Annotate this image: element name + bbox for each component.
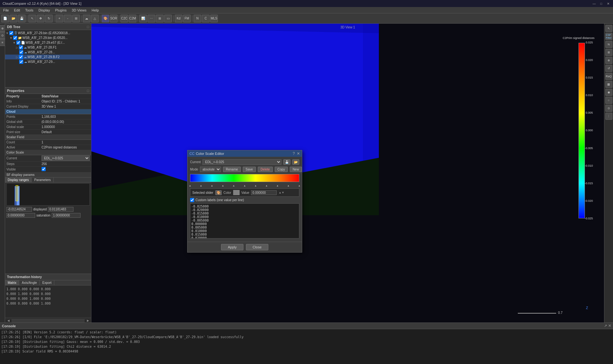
view-area[interactable]: 3D View 1 C2Prim signed distances 0.025 … <box>91 24 604 322</box>
save-button[interactable]: Save <box>243 167 256 172</box>
menu-tools[interactable]: Tools <box>23 8 35 12</box>
rt-btn-ellipse[interactable]: ○ <box>605 97 612 104</box>
slider-5[interactable]: ▲ <box>243 184 246 187</box>
tree-item[interactable]: ☁ WSB_A'B'_27-28... <box>5 50 91 55</box>
rt-btn-render[interactable]: ◉ <box>605 89 612 96</box>
properties-collapse[interactable]: □ <box>87 89 89 93</box>
tb-grid[interactable]: ⊞ <box>156 15 164 22</box>
tb-zoom-in[interactable]: + <box>56 15 63 22</box>
menu-3dviews[interactable]: 3D Views <box>70 8 88 12</box>
rt-btn-rotate[interactable]: ↺ <box>605 65 612 72</box>
delete-button[interactable]: Delete <box>258 167 273 172</box>
console-expand[interactable]: ↗ <box>604 324 607 328</box>
color-swatch[interactable] <box>233 190 240 195</box>
sf-tab-display[interactable]: Display ranges <box>5 178 32 182</box>
tb-mls[interactable]: MLS <box>210 15 218 22</box>
tb-open[interactable]: 📂 <box>10 15 17 22</box>
tb-select[interactable]: ↖ <box>28 15 36 22</box>
rename-button[interactable]: Rename <box>223 167 241 172</box>
tb-color[interactable]: 🎨 <box>102 15 109 22</box>
tb-c2c[interactable]: C2C <box>120 15 128 22</box>
gradient-bar[interactable] <box>190 174 299 182</box>
color-scale-select[interactable]: EDL_+-0.025 <box>42 155 90 161</box>
new-button[interactable]: New <box>290 167 302 172</box>
tb-scatter[interactable]: ⋯ <box>148 15 155 22</box>
tree-checkbox[interactable] <box>9 31 13 35</box>
tb-point-cloud[interactable]: ☁ <box>83 15 90 22</box>
rt-btn-texture[interactable]: ▦ <box>605 81 612 88</box>
sf-range-max[interactable] <box>48 207 73 212</box>
slider-4[interactable]: ▲ <box>233 184 235 187</box>
slider-color-picker[interactable]: 🎨 <box>215 190 222 195</box>
value-spinner[interactable]: ▲▼ <box>279 191 284 194</box>
scroll-track[interactable] <box>11 319 85 322</box>
sf-tab-params[interactable]: Parameters <box>32 178 54 182</box>
tree-checkbox[interactable] <box>13 36 17 40</box>
dialog-help-button[interactable]: ? <box>293 151 295 156</box>
rt-btn-zoom[interactable]: ⊙ <box>605 105 612 112</box>
mode-select[interactable]: absolute relative <box>200 167 221 172</box>
console-close[interactable]: ✕ <box>608 324 611 328</box>
menu-display[interactable]: Display <box>36 8 52 12</box>
close-button[interactable]: ✕ <box>606 1 610 6</box>
menu-edit[interactable]: Edit <box>12 8 22 12</box>
dialog-close-icon[interactable]: ✕ <box>297 151 300 156</box>
sf-range-min[interactable] <box>6 207 32 212</box>
rt-btn-layers[interactable]: ⊞ <box>605 49 612 56</box>
tree-checkbox[interactable] <box>19 50 23 54</box>
slider-1[interactable]: ▲ <box>200 184 202 187</box>
scroll-left[interactable]: ◀ <box>5 319 11 322</box>
tab-axis[interactable]: Axis/Angle <box>19 280 40 285</box>
apply-button[interactable]: Apply <box>221 244 243 250</box>
slider-8[interactable]: ▲ <box>276 184 279 187</box>
tree-item-selected[interactable]: ▷ ☁ WSB_A'B'_27-29.B.F2 <box>5 55 91 59</box>
tb-plane[interactable]: ▭ <box>164 15 172 22</box>
tree-item[interactable]: ▼ 📁 WSB_A'B'_27-29.bin (E:/0520... <box>5 35 91 40</box>
tb-fm[interactable]: FM <box>183 15 191 22</box>
sat-max-input[interactable] <box>52 213 80 218</box>
slider-3[interactable]: ▲ <box>222 184 224 187</box>
close-button[interactable]: Close <box>246 244 268 250</box>
copy-button[interactable]: Copy <box>275 167 288 172</box>
tree-item[interactable]: ▼ 📄 WSB_A'B'_27-29.e57 (E:/... <box>5 40 91 45</box>
menu-help[interactable]: Help <box>90 8 101 12</box>
tree-checkbox[interactable] <box>16 41 20 45</box>
tab-matrix[interactable]: Matrix <box>5 280 19 285</box>
slider-7[interactable]: ▲ <box>265 184 268 187</box>
tree-item[interactable]: ▷ ☁ WSB_A'B'_27-28.F1 <box>5 45 91 50</box>
db-tree-collapse[interactable]: □ <box>87 25 89 29</box>
tree-checkbox[interactable] <box>19 60 23 64</box>
rt-btn-n[interactable]: N <box>605 41 612 48</box>
current-select[interactable]: EDL_+-0.025 <box>203 159 281 165</box>
slider-0[interactable]: ▲ <box>189 184 191 187</box>
tab-export[interactable]: Export <box>40 280 54 285</box>
rt-btn-move[interactable]: ⊕ <box>605 57 612 64</box>
tree-item[interactable]: ▼ 🗄 WSB_A'B'_27-29.bin (E:/05200018... <box>5 31 91 35</box>
visible-checkbox[interactable] <box>42 167 46 171</box>
slider-6[interactable]: ▲ <box>254 184 257 187</box>
rt-btn-cursor[interactable]: ↖ <box>605 25 612 32</box>
tb-translate[interactable]: ✥ <box>37 15 44 22</box>
labels-textarea[interactable]: -0.025000 -0.020000 -0.015000 -0.010000 … <box>190 203 299 239</box>
slider-9[interactable]: ▲ <box>287 184 290 187</box>
gradient-sliders[interactable]: ▲ ▲ ▲ ▲ ▲ ▲ ▲ ▲ ▲ ▲ ▲ <box>190 183 299 187</box>
tree-checkbox[interactable] <box>19 45 23 49</box>
rt-btn-filter[interactable]: CSFFilter <box>605 33 612 40</box>
menu-file[interactable]: File <box>1 8 11 12</box>
minimize-button[interactable]: — <box>592 1 596 6</box>
load-icon-btn[interactable]: 📂 <box>292 159 299 165</box>
tree-checkbox[interactable] <box>19 55 23 59</box>
slider-10[interactable]: ▲ <box>298 184 301 187</box>
rt-btn-more[interactable]: ⋮ <box>605 113 612 120</box>
tb-new[interactable]: 📄 <box>1 15 9 22</box>
tb-zoom-out[interactable]: - <box>64 15 72 22</box>
tb-rotate[interactable]: ↻ <box>45 15 53 22</box>
custom-labels-checkbox[interactable] <box>190 198 194 202</box>
tree-content[interactable]: ▼ 🗄 WSB_A'B'_27-29.bin (E:/05200018... ▼… <box>5 30 91 87</box>
tb-n[interactable]: N <box>194 15 201 22</box>
tb-c2m[interactable]: C2M <box>129 15 136 22</box>
tree-item[interactable]: ☁ WSR_A'B'_27-29... <box>5 59 91 64</box>
save-icon-btn[interactable]: 💾 <box>283 159 290 165</box>
sat-min-input[interactable] <box>6 213 35 218</box>
dialog-titlebar[interactable]: CC Color Scale Editor ? ✕ <box>188 150 302 157</box>
